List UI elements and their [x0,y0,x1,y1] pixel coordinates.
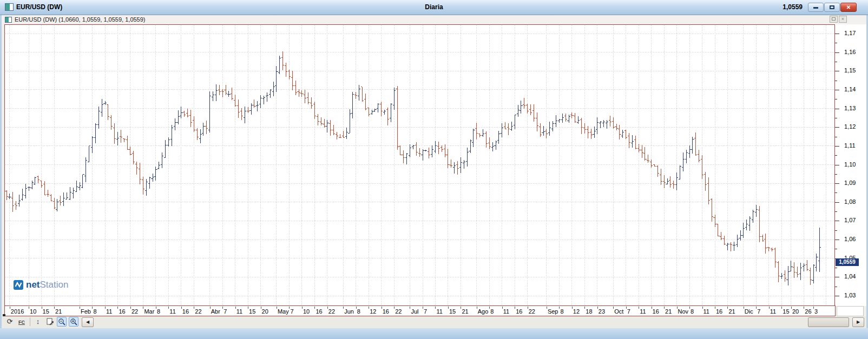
time-axis-tick [702,307,703,309]
price-axis-minor-tick [835,230,837,231]
time-axis-tick [727,307,728,309]
fc-settings-button[interactable]: FC [17,317,27,327]
chart-readout: EUR/USD (DW) (1,0660, 1,0559, 1,0559, 1,… [15,16,146,23]
time-axis-tick [572,307,573,309]
price-axis-label: 1,17 [844,30,856,36]
inner-restore-button[interactable] [830,16,838,23]
zoom-in-button[interactable] [69,317,78,327]
window-frame-bottom [0,328,868,339]
time-axis-tick [42,307,42,309]
time-axis-label: 15 [449,308,456,315]
netstation-logo: netStation [14,280,68,290]
time-axis-label: 8 [157,308,160,315]
app-window: EUR/USD (DW) Diaria 1,0559 ✕ EUR/USD (DW… [0,0,868,339]
zoom-out-button[interactable] [57,317,67,327]
price-axis-minor-tick [835,81,837,81]
time-axis-label: 16 [516,308,522,315]
time-axis-tick [584,307,585,309]
time-axis-tick [781,307,782,309]
zoom-reset-button[interactable] [45,317,55,327]
time-axis-tick [29,307,29,309]
price-axis-minor-tick [835,287,837,287]
time-axis-label: 21 [462,308,468,315]
time-axis-label: 8 [357,308,360,315]
time-axis-tick [652,307,652,309]
toolbar-separator [30,317,30,326]
price-axis-minor-tick [835,43,837,43]
time-axis-tick [502,307,503,309]
time-axis-label: 7 [627,308,630,315]
price-axis-tick [835,240,839,240]
time-axis-tick [410,307,410,309]
time-axis-tick [327,307,328,309]
time-axis-tick [181,307,182,309]
time-axis-tick [515,307,515,309]
time-axis-tick [664,307,665,309]
time-axis-tick [744,307,744,309]
time-axis-label: 10 [303,308,310,315]
chart-plot-area[interactable]: netStation [4,24,835,306]
chart-header-bar[interactable]: EUR/USD (DW) (1,0660, 1,0559, 1,0559, 1,… [2,15,866,24]
ohlc-chart[interactable] [5,25,834,305]
price-axis-label: 1,11 [844,142,856,149]
price-axis-minor-tick [835,155,837,156]
time-axis-label: 16 [119,308,125,315]
zoom-in-icon [70,318,77,325]
chart-mini-icon [5,17,12,23]
crosshair-button[interactable]: ↕ [33,317,43,327]
price-axis-minor-tick [835,62,837,62]
scrollbar-left-arrow[interactable]: ◀ [82,317,94,327]
time-axis-label: 22 [195,308,201,315]
time-axis-tick [80,307,80,309]
time-axis-tick [314,307,315,309]
time-axis-tick [168,307,169,309]
inner-close-button[interactable]: × [839,16,847,23]
time-axis-label: 16 [383,308,389,315]
time-axis-tick [277,307,277,309]
time-axis-label: 11 [640,308,646,315]
time-axis-tick [156,307,156,309]
price-axis-tick [835,71,839,71]
price-axis-label: 1,13 [844,105,856,111]
time-axis-label: Sep [548,308,558,315]
time-axis-tick [804,307,804,309]
time-axis-label: 16 [315,308,322,315]
price-axis-tick [835,146,839,147]
time-axis-tick [715,307,715,309]
time-axis-tick [639,307,639,309]
time-axis-label: 8 [490,308,494,315]
scroll-left-icon: ◀ [86,320,89,324]
close-button[interactable]: ✕ [840,3,857,12]
price-axis-tick [835,52,839,53]
time-axis-tick [356,307,357,309]
time-axis-label: Feb [81,308,91,315]
time-axis-tick [597,307,598,309]
scrollbar-thumb[interactable] [808,317,849,327]
last-price-tag: 1,0559 [836,258,859,266]
client-area: EUR/USD (DW) (1,0660, 1,0559, 1,0559, 1,… [2,15,866,328]
title-bar[interactable]: EUR/USD (DW) Diaria 1,0559 ✕ [0,0,868,15]
time-axis-label: 7 [290,308,293,315]
time-axis-tick [528,307,528,309]
time-axis-tick [448,307,449,309]
time-axis-label: 11 [169,308,175,315]
time-axis-tick [677,307,678,309]
price-axis-minor-tick [835,249,837,249]
price-axis-tick [835,109,839,109]
time-axis-label: 8 [93,308,96,315]
time-axis-label: 2016 [11,308,24,315]
time-axis[interactable]: 2016101521Feb8111622Mar8111622Abr7111520… [4,305,836,316]
maximize-button[interactable] [824,3,840,12]
price-axis-tick [835,165,839,165]
refresh-data-button[interactable]: ⟳ [5,317,15,327]
price-axis-tick [835,127,839,128]
minimize-button[interactable] [808,3,824,12]
time-axis-label: 7 [757,308,760,315]
time-axis-label: 11 [703,308,709,315]
scrollbar-right-arrow[interactable]: ▶ [852,317,864,327]
price-axis-tick [835,221,839,221]
close-icon: ✕ [846,4,851,10]
time-axis-label: 16 [716,308,722,315]
zoom-out-icon [58,318,65,325]
time-axis-label: 8 [691,308,694,315]
